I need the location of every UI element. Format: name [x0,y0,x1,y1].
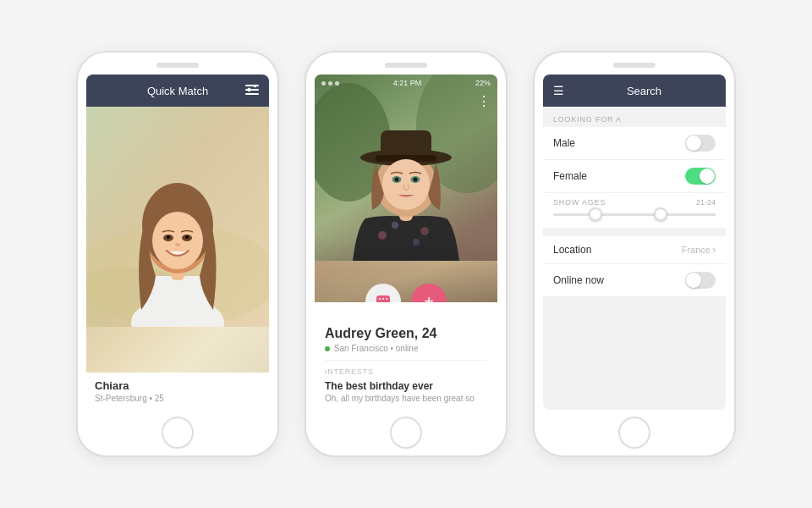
home-button-2[interactable] [390,417,422,449]
female-toggle-knob [700,168,715,184]
profile-name: Audrey Green, 24 [325,326,487,341]
status-time: 4:21 PM [393,79,422,87]
interest-title: The best birthday ever [325,380,487,392]
age-slider-max[interactable] [654,207,667,221]
quick-match-header: Quick Match [86,75,269,107]
quick-match-info: Chiara St-Petersburg • 25 [86,373,269,410]
female-row: Female [543,160,726,193]
status-bar: 4:21 PM 22% [315,75,497,91]
svg-point-20 [175,243,180,246]
search-title: Search [573,85,716,97]
location-value-container: France › [682,244,716,256]
phone-speaker-3 [613,63,656,68]
signal-dots [321,81,339,86]
online-toggle[interactable] [685,272,716,289]
divider [325,360,487,361]
hamburger-icon[interactable]: ☰ [553,84,564,97]
phone-search: ☰ Search LOOKING FOR A Male Female [533,51,736,457]
svg-point-36 [395,178,399,182]
chevron-right-icon: › [712,244,716,256]
show-ages-label: SHOW AGES [553,198,606,207]
person-name: Chiara [95,379,261,392]
signal-dot-3 [335,81,339,86]
phone-profile: 4:21 PM 22% [304,51,508,457]
filter-icon[interactable] [245,84,259,97]
location-text: San Francisco [334,344,388,353]
ages-section: SHOW AGES 21-24 [543,193,726,228]
svg-point-37 [414,178,418,182]
online-label: Online now [553,274,604,286]
online-row: Online now [543,264,726,297]
looking-for-label: LOOKING FOR A [543,107,726,127]
svg-point-19 [185,235,189,239]
age-slider-track [553,213,716,216]
home-button-1[interactable] [162,417,194,449]
add-icon: + [424,292,434,303]
section-divider-1 [543,228,726,236]
quick-match-title: Quick Match [147,85,208,97]
svg-rect-41 [386,298,387,300]
home-button-3[interactable] [618,417,650,449]
signal-dot-1 [321,81,326,86]
status-text: online [396,344,419,353]
online-indicator [325,346,330,351]
age-slider-min[interactable] [589,207,602,221]
message-button[interactable] [365,284,401,302]
phone-quick-match: Quick Match [76,51,279,457]
quick-match-photo [86,107,269,373]
phone-screen-3: ☰ Search LOOKING FOR A Male Female [543,75,726,410]
location-label: Location [553,244,591,256]
search-content: LOOKING FOR A Male Female SHOW AGES 21-2… [543,107,726,410]
phone-screen-1: Quick Match [86,75,269,410]
female-label: Female [553,170,587,182]
female-toggle[interactable] [685,168,716,185]
svg-rect-2 [245,93,259,95]
action-buttons: + [365,284,447,302]
menu-dots[interactable]: ⋮ [477,95,491,108]
content-spacer [543,297,726,410]
online-toggle-knob [686,273,701,288]
svg-point-6 [248,88,251,91]
profile-location: San Francisco • online [325,344,487,353]
profile-content: Audrey Green, 24 San Francisco • online … [315,302,497,410]
male-row: Male [543,127,726,160]
status-battery: 22% [475,79,491,87]
ages-header: SHOW AGES 21-24 [553,198,716,207]
svg-point-4 [254,85,257,87]
male-toggle[interactable] [685,135,716,152]
phone-speaker-1 [156,63,199,68]
search-header: ☰ Search [543,75,726,107]
signal-dot-2 [328,81,332,86]
profile-photo: ⋮ + [315,75,497,302]
male-label: Male [553,137,575,149]
phone-screen-2: 4:21 PM 22% [315,75,497,410]
interests-label: INTERESTS [325,367,487,376]
svg-point-25 [392,222,398,229]
age-slider-fill [594,213,659,216]
svg-point-33 [382,159,430,210]
person-sub: St-Petersburg • 25 [95,394,261,403]
svg-rect-40 [382,298,384,300]
ages-value: 21-24 [696,198,716,207]
interest-text: Oh, all my birthdays have been great so [325,394,487,403]
svg-point-18 [167,235,170,239]
location-value: France [682,245,710,255]
location-row[interactable]: Location France › [543,236,726,264]
svg-rect-39 [379,298,381,300]
add-button[interactable]: + [411,284,447,302]
male-toggle-knob [686,135,701,151]
phone-speaker-2 [385,63,427,68]
svg-point-15 [152,212,203,269]
